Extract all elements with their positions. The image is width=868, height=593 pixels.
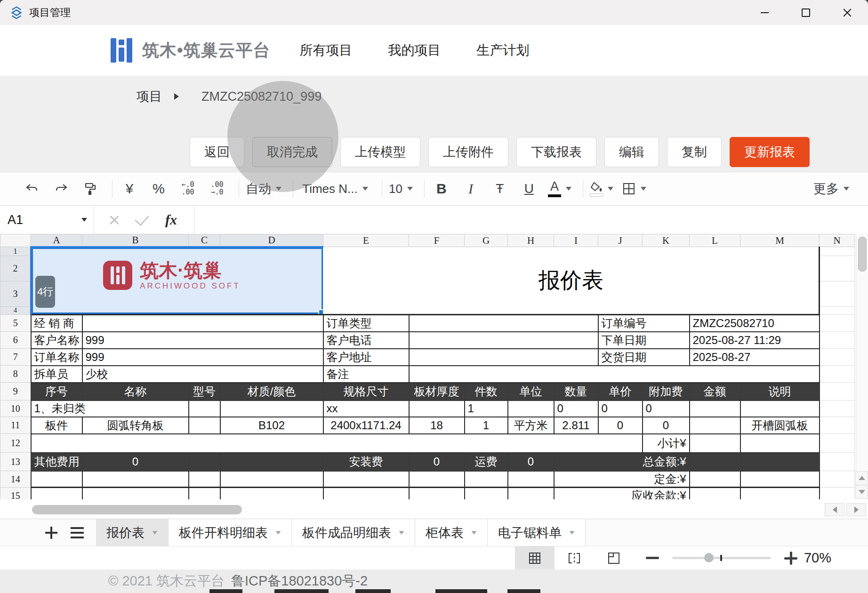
cell-delivery-date-label[interactable]: 交货日期 bbox=[598, 349, 690, 366]
cell-remark-label[interactable]: 备注 bbox=[323, 366, 409, 383]
cell[interactable] bbox=[740, 401, 820, 417]
zoom-out-button[interactable] bbox=[646, 557, 659, 559]
header-name[interactable]: 名称 bbox=[82, 383, 189, 401]
tab-electronic-saw-list[interactable]: 电子锯料单 bbox=[488, 519, 586, 546]
cell[interactable] bbox=[31, 434, 643, 453]
col-header-d[interactable]: D bbox=[220, 234, 323, 247]
cell[interactable] bbox=[189, 401, 220, 417]
cell-item-note[interactable]: 开槽圆弧板 bbox=[740, 417, 820, 434]
cell-splitter-label[interactable]: 拆单员 bbox=[31, 366, 82, 383]
cell[interactable] bbox=[220, 471, 323, 488]
cell-other-fees-value[interactable]: 0 bbox=[82, 453, 189, 471]
cell-order-no-label[interactable]: 订单编号 bbox=[598, 315, 690, 332]
cell[interactable] bbox=[820, 307, 855, 315]
font-family-dropdown[interactable]: Times N... bbox=[300, 177, 370, 200]
cell[interactable] bbox=[820, 434, 855, 453]
cell[interactable] bbox=[690, 434, 740, 453]
horizontal-scrollbar-thumb[interactable] bbox=[32, 505, 242, 514]
col-header-l[interactable]: L bbox=[690, 234, 740, 247]
cell-group-pieces[interactable]: 1 bbox=[465, 401, 508, 417]
cell[interactable] bbox=[189, 417, 220, 434]
bold-button[interactable]: B bbox=[431, 177, 452, 200]
header-price[interactable]: 单价 bbox=[598, 383, 643, 401]
fill-handle[interactable] bbox=[318, 309, 323, 315]
vertical-scrollbar[interactable] bbox=[856, 234, 868, 486]
page-break-view-button[interactable] bbox=[555, 546, 594, 570]
cell[interactable] bbox=[820, 349, 855, 366]
scroll-left-button[interactable] bbox=[825, 503, 844, 516]
cell[interactable] bbox=[409, 315, 598, 332]
strikethrough-button[interactable]: Ŧ bbox=[490, 177, 510, 200]
cancel-complete-button[interactable]: 取消完成 bbox=[252, 137, 332, 167]
tab-cabinet-sheet[interactable]: 柜体表 bbox=[415, 519, 488, 546]
cell-item-surcharge[interactable]: 0 bbox=[643, 417, 690, 434]
breadcrumb-root[interactable]: 项目 bbox=[137, 88, 162, 105]
selected-merged-cell-a1-d4[interactable]: 筑木·筑巢 ARCHIWOOD SOFT 4行 bbox=[31, 247, 323, 315]
cell-delivery-date-value[interactable]: 2025-08-27 bbox=[690, 349, 820, 366]
maximize-button[interactable] bbox=[785, 0, 827, 25]
row-header[interactable]: 10 bbox=[0, 401, 31, 417]
redo-button[interactable] bbox=[51, 177, 72, 200]
cell-order-no-value[interactable]: ZMZC25082710 bbox=[690, 315, 820, 332]
header-surcharge[interactable]: 附加费 bbox=[643, 383, 690, 401]
col-header-m[interactable]: M bbox=[740, 234, 820, 247]
cell[interactable] bbox=[740, 471, 820, 488]
decrease-decimal-button[interactable]: ←.0.00 bbox=[177, 177, 198, 200]
zoom-slider-thumb[interactable] bbox=[704, 553, 714, 562]
row-header[interactable]: 4 bbox=[0, 307, 31, 315]
tab-panel-finished-detail[interactable]: 板件成品明细表 bbox=[292, 519, 415, 546]
font-size-dropdown[interactable]: 10 bbox=[389, 177, 413, 200]
cell[interactable] bbox=[820, 417, 855, 434]
header-qty[interactable]: 数量 bbox=[554, 383, 598, 401]
borders-button[interactable] bbox=[622, 177, 646, 200]
zoom-in-button[interactable] bbox=[784, 552, 797, 565]
cell-other-fees-label[interactable]: 其他费用 bbox=[31, 453, 82, 471]
cell[interactable] bbox=[820, 247, 855, 256]
cell[interactable] bbox=[189, 471, 220, 488]
add-sheet-button[interactable] bbox=[45, 527, 57, 539]
cell[interactable] bbox=[220, 401, 323, 417]
cell[interactable] bbox=[690, 417, 740, 434]
sheet-title-cell[interactable]: 报价表 bbox=[323, 247, 820, 315]
cell-order-name-value[interactable]: 999 bbox=[82, 349, 323, 366]
cell[interactable] bbox=[820, 453, 855, 471]
back-button[interactable]: 返回 bbox=[190, 137, 244, 167]
cell-item-price[interactable]: 0 bbox=[598, 417, 643, 434]
cell-customer-name-label[interactable]: 客户名称 bbox=[31, 332, 82, 349]
tab-panel-cutting-detail[interactable]: 板件开料明细表 bbox=[169, 519, 292, 546]
cell-order-type-label[interactable]: 订单类型 bbox=[323, 315, 409, 332]
header-thickness[interactable]: 板材厚度 bbox=[409, 383, 465, 401]
row-header[interactable]: 1 bbox=[0, 247, 31, 256]
zoom-slider[interactable] bbox=[672, 557, 771, 559]
row-header[interactable]: 11 bbox=[0, 417, 31, 434]
format-painter-button[interactable] bbox=[80, 177, 101, 200]
header-spec[interactable]: 规格尺寸 bbox=[323, 383, 409, 401]
cell-group-spec[interactable]: xx bbox=[323, 401, 409, 417]
cell-group-surcharge[interactable]: 0 bbox=[643, 401, 690, 417]
row-header[interactable]: 14 bbox=[0, 471, 31, 488]
cell[interactable] bbox=[820, 401, 855, 417]
row-header[interactable]: 5 bbox=[0, 315, 31, 332]
nav-production-plan[interactable]: 生产计划 bbox=[477, 41, 530, 59]
cell[interactable] bbox=[409, 471, 465, 488]
col-header-f[interactable]: F bbox=[409, 234, 465, 247]
row-header[interactable]: 3 bbox=[0, 281, 31, 307]
cell[interactable] bbox=[508, 471, 554, 488]
cell[interactable] bbox=[690, 401, 740, 417]
header-pieces[interactable]: 件数 bbox=[465, 383, 508, 401]
col-header-j[interactable]: J bbox=[598, 234, 643, 247]
cell[interactable] bbox=[31, 471, 82, 488]
cell-group-qty[interactable]: 0 bbox=[554, 401, 598, 417]
cell[interactable] bbox=[409, 332, 598, 349]
edit-button[interactable]: 编辑 bbox=[604, 137, 659, 167]
nav-all-projects[interactable]: 所有项目 bbox=[300, 41, 353, 59]
copy-button[interactable]: 复制 bbox=[667, 137, 722, 167]
currency-format-button[interactable]: ¥ bbox=[119, 177, 140, 200]
scroll-up-button[interactable] bbox=[855, 471, 868, 485]
confirm-entry-icon[interactable] bbox=[135, 211, 149, 225]
row-header[interactable]: 6 bbox=[0, 332, 31, 349]
cell-group-price[interactable]: 0 bbox=[598, 401, 643, 417]
col-header-n[interactable]: N bbox=[820, 234, 855, 247]
cell-item-category[interactable]: 板件 bbox=[31, 417, 82, 434]
cell-total-amount-label[interactable]: 总金额:¥ bbox=[554, 453, 690, 471]
